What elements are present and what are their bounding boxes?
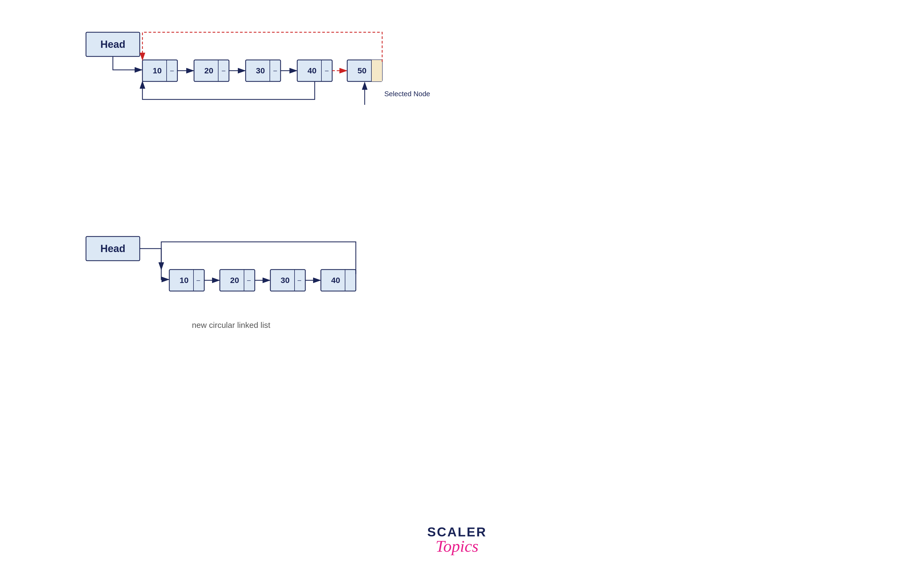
svg-text:–: – [325,67,329,74]
diagram2: Head 10 – 20 – 30 – [43,220,822,368]
svg-text:–: – [273,67,277,74]
svg-text:40: 40 [307,66,317,75]
svg-text:50: 50 [357,66,366,75]
svg-text:Head: Head [100,243,126,254]
svg-text:–: – [197,276,200,284]
diagram1: Head 10 – 20 – 30 – [43,16,822,178]
svg-text:–: – [222,67,226,74]
diagram2-svg: Head 10 – 20 – 30 – [43,220,822,368]
svg-text:–: – [247,276,251,284]
svg-text:10: 10 [153,66,161,75]
svg-text:30: 30 [281,276,289,284]
topics-text: Topics [427,537,487,556]
svg-text:20: 20 [230,276,239,284]
svg-rect-26 [372,60,382,81]
svg-text:20: 20 [204,66,213,75]
svg-text:30: 30 [256,66,265,75]
svg-text:40: 40 [331,276,340,284]
scaler-logo: SCALER Topics [427,525,487,556]
svg-text:10: 10 [179,276,188,284]
diagram1-svg: Head 10 – 20 – 30 – [43,16,822,178]
svg-text:Head: Head [100,39,126,50]
svg-text:–: – [297,276,301,284]
svg-text:–: – [170,67,174,74]
svg-text:Selected Node: Selected Node [384,90,430,98]
main-container: Head 10 – 20 – 30 – [0,0,914,588]
svg-text:new circular linked list: new circular linked list [192,321,270,330]
